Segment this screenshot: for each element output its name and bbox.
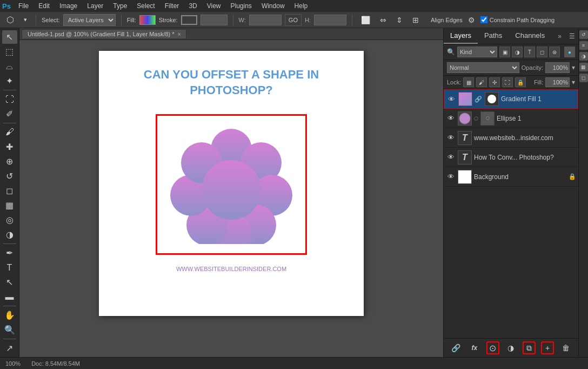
shape-tool-icon[interactable]: ▬	[2, 290, 17, 304]
select-dropdown[interactable]: Active Layers	[63, 14, 116, 26]
delete-layer-btn[interactable]: 🗑	[559, 341, 572, 354]
layer-visibility-text-website[interactable]: 👁	[446, 133, 456, 143]
layer-item-text-website[interactable]: 👁 T www.websiteb...insider.com	[444, 128, 578, 148]
filter-adjust-btn[interactable]: ◑	[512, 47, 523, 57]
brush-tool-icon[interactable]: 🖌	[2, 126, 17, 139]
move-tool[interactable]: ⬡	[3, 14, 17, 26]
new-layer-btn[interactable]: +	[541, 341, 554, 354]
eraser-icon[interactable]: ◻	[2, 184, 17, 197]
menu-image[interactable]: Image	[55, 1, 82, 11]
menu-help[interactable]: Help	[290, 1, 312, 11]
fx-btn[interactable]: fx	[468, 341, 481, 354]
fill-arrow[interactable]: ▾	[572, 78, 575, 86]
lock-image-btn[interactable]: 🖌	[476, 77, 487, 87]
tab-channels[interactable]: Channels	[509, 28, 551, 44]
swatches-panel-icon[interactable]: ▦	[579, 63, 588, 71]
fill-swatch[interactable]	[139, 15, 156, 25]
adjustment-btn[interactable]: ◑	[504, 341, 517, 354]
magic-wand-icon[interactable]: ✦	[2, 74, 17, 88]
layers-list: 👁 🔗 Gradient Fill 1 👁 ⬡ ⬡ El	[444, 89, 578, 338]
layer-visibility-gradient[interactable]: 👁	[446, 94, 456, 104]
tab-close-btn[interactable]: ×	[178, 31, 181, 37]
layer-name-text-howto: How To Conv... Photoshop?	[474, 154, 576, 161]
lock-icon-background: 🔒	[569, 173, 576, 180]
tools-separator-5	[3, 339, 16, 339]
layer-item-ellipse[interactable]: 👁 ⬡ ⬡ Ellipse 1	[444, 109, 578, 128]
menu-select[interactable]: Select	[132, 1, 159, 11]
eyedropper-icon[interactable]: ✐	[2, 107, 17, 121]
marquee-tool-icon[interactable]: ⬚	[2, 45, 17, 58]
clone-tool-icon[interactable]: ⊕	[2, 155, 17, 168]
tool-options[interactable]: ▾	[21, 14, 30, 26]
path-arrange-btn[interactable]: ⇕	[393, 14, 406, 26]
go-button[interactable]: GO	[285, 14, 302, 26]
layer-visibility-ellipse[interactable]: 👁	[446, 114, 456, 123]
history-panel-icon[interactable]: ↺	[579, 30, 588, 39]
filter-toggle[interactable]: ●	[564, 47, 575, 57]
path-align-btn[interactable]: ⇔	[377, 14, 390, 26]
mask-btn[interactable]: ⊙	[486, 341, 499, 354]
zoom-tool-icon[interactable]: 🔍	[2, 323, 17, 337]
filter-pixel-btn[interactable]: ▣	[499, 47, 510, 57]
path-tool-icon[interactable]: ↖	[2, 275, 17, 289]
menu-view[interactable]: View	[203, 1, 225, 11]
properties-panel-icon[interactable]: ≡	[579, 41, 588, 50]
lock-transparent-btn[interactable]: ▦	[463, 77, 474, 87]
lasso-tool-icon[interactable]: ⌓	[2, 60, 17, 73]
tab-layers[interactable]: Layers	[444, 28, 478, 44]
group-btn[interactable]: ⧉	[523, 341, 536, 354]
text-tool-icon[interactable]: T	[2, 261, 17, 274]
blend-mode-dropdown[interactable]: Normal	[447, 62, 519, 73]
lock-position-btn[interactable]: ✣	[489, 77, 500, 87]
color-panel-icon[interactable]: ◻	[579, 74, 588, 82]
layer-item-background[interactable]: 👁 Background 🔒	[444, 167, 578, 187]
filter-dropdown[interactable]: Kind	[457, 47, 497, 57]
menu-layer[interactable]: Layer	[83, 1, 108, 11]
layer-visibility-background[interactable]: 👁	[446, 172, 456, 182]
crop-tool-icon[interactable]: ⛶	[2, 93, 17, 106]
gear-button[interactable]: ⚙	[466, 16, 477, 24]
link-layers-btn[interactable]: 🔗	[450, 341, 463, 354]
menu-window[interactable]: Window	[257, 1, 289, 11]
pen-tool-icon[interactable]: ✒	[2, 246, 17, 260]
direct-select-icon[interactable]: ↗	[2, 341, 17, 355]
menu-plugins[interactable]: Plugins	[226, 1, 256, 11]
history-brush-icon[interactable]: ↺	[2, 169, 17, 183]
layers-panel-options[interactable]: ☰	[566, 30, 578, 42]
adjustments-panel-icon[interactable]: ◑	[579, 52, 588, 61]
stroke-swatch[interactable]	[181, 15, 197, 25]
tab-paths[interactable]: Paths	[478, 28, 509, 44]
layers-footer: 🔗 fx ⊙ ◑ ⧉ + 🗑	[444, 338, 578, 357]
dodge-icon[interactable]: ◑	[2, 228, 17, 241]
w-input[interactable]	[249, 15, 282, 25]
fill-input[interactable]	[545, 77, 570, 87]
move-tool-icon[interactable]: ↖	[2, 30, 17, 44]
menu-3d[interactable]: 3D	[184, 1, 201, 11]
layer-visibility-text-howto[interactable]: 👁	[446, 153, 456, 162]
constrain-checkbox[interactable]	[480, 16, 487, 23]
filter-text-btn[interactable]: T	[524, 47, 535, 57]
lock-artboard-btn[interactable]: ⛶	[502, 77, 513, 87]
opacity-arrow[interactable]: ▾	[572, 64, 575, 71]
filter-smart-btn[interactable]: ⊛	[549, 47, 560, 57]
h-input[interactable]	[314, 15, 346, 25]
blur-icon[interactable]: ◎	[2, 213, 17, 227]
layer-item-text-howto[interactable]: 👁 T How To Conv... Photoshop?	[444, 148, 578, 167]
path-more-btn[interactable]: ⊞	[409, 14, 422, 26]
gradient-icon[interactable]: ▦	[2, 199, 17, 212]
canvas-scroll[interactable]: CAN YOU OFFSET A SHAPE IN PHOTOSHOP?	[19, 40, 443, 357]
document-tab[interactable]: Untitled-1.psd @ 100% (Gradient Fill 1, …	[22, 29, 186, 38]
opacity-input[interactable]	[545, 62, 570, 73]
layer-item-gradient-fill[interactable]: 👁 🔗 Gradient Fill 1	[444, 89, 578, 109]
menu-type[interactable]: Type	[109, 1, 131, 11]
filter-shape-btn[interactable]: ◻	[537, 47, 547, 57]
heal-tool-icon[interactable]: ✚	[2, 140, 17, 154]
layers-panel-more[interactable]: »	[553, 30, 566, 42]
lock-all-btn[interactable]: 🔒	[515, 77, 526, 87]
hand-tool-icon[interactable]: ✋	[2, 308, 17, 322]
menu-filter[interactable]: Filter	[161, 1, 184, 11]
menu-file[interactable]: File	[14, 1, 33, 11]
stroke-width-input[interactable]	[201, 15, 228, 25]
menu-edit[interactable]: Edit	[34, 1, 54, 11]
path-options-btn[interactable]: ⬜	[358, 14, 373, 26]
